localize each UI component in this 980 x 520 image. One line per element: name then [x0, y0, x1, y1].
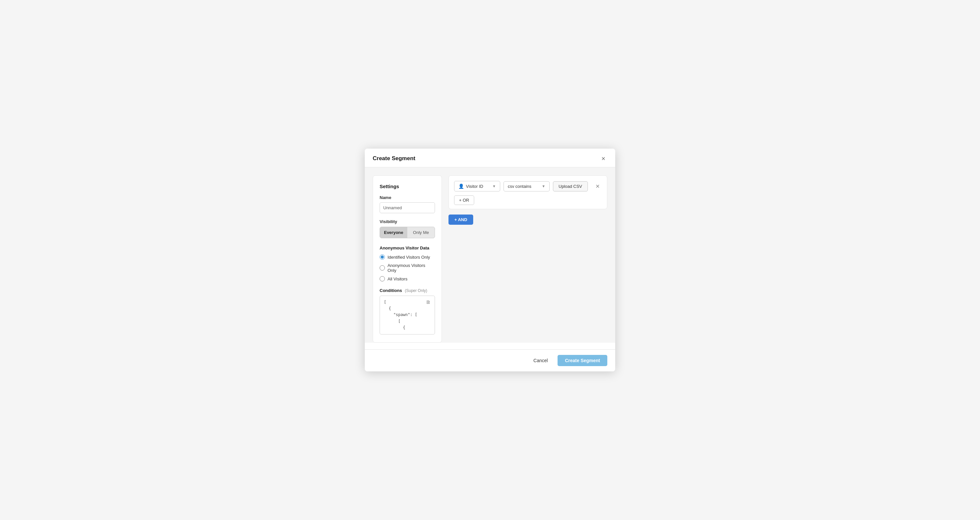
radio-identified[interactable]: Identified Visitors Only	[380, 254, 435, 260]
radio-anonymous-label: Anonymous Visitors Only	[388, 263, 435, 273]
right-panel: 👤 Visitor ID ▼ csv contains ▼ Upload CSV…	[449, 175, 607, 343]
conditions-code: [ { "spawn": [ [ {	[384, 299, 431, 331]
modal-header: Create Segment ×	[365, 149, 615, 167]
close-button[interactable]: ×	[600, 154, 607, 162]
name-input[interactable]	[380, 202, 435, 213]
modal-body: Settings Name Visibility Everyone Only M…	[365, 167, 615, 343]
radio-all-input[interactable]	[380, 276, 385, 281]
visibility-label: Visibility	[380, 219, 435, 224]
radio-anonymous[interactable]: Anonymous Visitors Only	[380, 263, 435, 273]
conditions-label: Conditions (Super Only)	[380, 288, 435, 293]
and-button-container: + AND	[449, 215, 607, 225]
conditions-box: 🗎 [ { "spawn": [ [ {	[380, 296, 435, 334]
csv-contains-label: csv contains	[508, 184, 531, 189]
and-button[interactable]: + AND	[449, 215, 473, 225]
filter-card: 👤 Visitor ID ▼ csv contains ▼ Upload CSV…	[449, 175, 607, 209]
settings-title: Settings	[380, 184, 435, 189]
person-icon: 👤	[458, 184, 464, 189]
visibility-only-me-button[interactable]: Only Me	[407, 227, 434, 238]
radio-identified-input[interactable]	[380, 254, 385, 260]
radio-identified-label: Identified Visitors Only	[388, 255, 430, 260]
create-segment-button[interactable]: Create Segment	[558, 355, 607, 366]
visibility-toggle: Everyone Only Me	[380, 227, 435, 238]
modal-title: Create Segment	[373, 155, 415, 162]
visitor-id-label: Visitor ID	[466, 184, 484, 189]
conditions-super-label: (Super Only)	[405, 288, 427, 293]
upload-csv-button[interactable]: Upload CSV	[553, 181, 588, 191]
create-segment-modal: Create Segment × Settings Name Visibilit…	[365, 149, 615, 371]
chevron-down-icon: ▼	[492, 184, 496, 188]
filter-row: 👤 Visitor ID ▼ csv contains ▼ Upload CSV…	[454, 181, 602, 191]
modal-footer: Cancel Create Segment	[365, 349, 615, 371]
settings-panel: Settings Name Visibility Everyone Only M…	[373, 175, 442, 343]
chevron-down-icon-2: ▼	[542, 184, 546, 188]
anonymous-data-label: Anonymous Visitor Data	[380, 245, 435, 250]
visitor-id-select[interactable]: 👤 Visitor ID ▼	[454, 181, 500, 191]
or-button-container: + OR	[454, 196, 602, 205]
radio-all[interactable]: All Visitors	[380, 276, 435, 281]
conditions-copy-button[interactable]: 🗎	[425, 299, 432, 305]
or-button[interactable]: + OR	[454, 196, 474, 205]
radio-group: Identified Visitors Only Anonymous Visit…	[380, 254, 435, 281]
csv-contains-select[interactable]: csv contains ▼	[504, 181, 550, 191]
radio-all-label: All Visitors	[388, 277, 407, 281]
name-label: Name	[380, 195, 435, 200]
radio-anonymous-input[interactable]	[380, 265, 385, 270]
visibility-everyone-button[interactable]: Everyone	[380, 227, 407, 238]
filter-close-button[interactable]: ✕	[593, 183, 602, 190]
cancel-button[interactable]: Cancel	[527, 355, 555, 366]
